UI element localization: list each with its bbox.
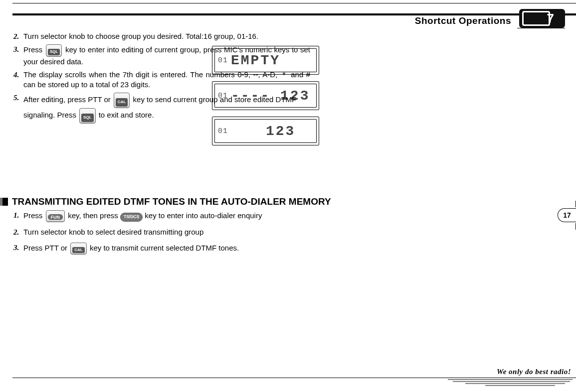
- heading-text: TRANSMITTING EDITED DTMF TONES IN THE AU…: [12, 196, 331, 207]
- list-item: 2. Turn selector knob to select desired …: [13, 227, 313, 237]
- list-item: 3. Press PTT or CAL key to transmit curr…: [13, 243, 313, 255]
- text-fragment: key, then press: [68, 211, 120, 220]
- cal-key-icon: CAL: [114, 93, 130, 108]
- text-fragment: key to transmit current selected DTMF to…: [90, 244, 239, 252]
- step-text: The display scrolls when the 7th digit i…: [23, 70, 310, 90]
- page-number-tab: 17: [558, 208, 576, 222]
- list-item: 3. Press SQL key to enter into editing o…: [13, 44, 310, 67]
- step-text: Turn selector knob to choose group you d…: [23, 31, 310, 41]
- page: Shortcut Operations 7 01 EMPTY 01 ---- 1…: [0, 0, 576, 392]
- section-heading: TRANSMITTING EDITED DTMF TONES IN THE AU…: [0, 196, 331, 207]
- step-text: Turn selector knob to select desired tra…: [23, 227, 313, 237]
- tab-underline: [517, 28, 565, 28]
- chapter-tab: 7: [519, 9, 565, 28]
- flourish-icon: [445, 378, 575, 387]
- text-fragment: After editing, press PTT or: [23, 96, 113, 104]
- step-number: 3.: [13, 243, 23, 253]
- text-fragment: Press: [23, 45, 45, 54]
- chapter-number: 7: [547, 11, 554, 26]
- cal-key-icon: CAL: [70, 243, 86, 255]
- step-text: After editing, press PTT or CAL key to s…: [23, 93, 310, 124]
- top-rule: [12, 3, 576, 15]
- text-fragment: to exit and store.: [99, 111, 154, 120]
- step-text: Press PTT or CAL key to transmit current…: [23, 243, 313, 255]
- footer-slogan: We only do best radio!: [497, 368, 571, 376]
- heading-marker-icon: [0, 198, 8, 206]
- step-text: Press FUN key, then press TS/DCS key to …: [23, 210, 313, 222]
- list-item: 2. Turn selector knob to choose group yo…: [13, 31, 310, 41]
- step-number: 1.: [13, 210, 23, 220]
- sql-key-icon: SQL: [79, 108, 95, 124]
- steps-list-a: 2. Turn selector knob to choose group yo…: [13, 31, 310, 127]
- step-number: 5.: [13, 93, 23, 103]
- sql-key-icon: SQL: [46, 44, 62, 56]
- step-number: 3.: [13, 44, 23, 54]
- page-title: Shortcut Operations: [415, 15, 511, 26]
- text-fragment: Press: [23, 211, 45, 220]
- steps-list-b: 1. Press FUN key, then press TS/DCS key …: [13, 210, 313, 260]
- chapter-tab-frame: [522, 11, 550, 26]
- list-item: 1. Press FUN key, then press TS/DCS key …: [13, 210, 313, 222]
- fun-key-icon: FUN: [46, 210, 65, 222]
- list-item: 5. After editing, press PTT or CAL key t…: [13, 93, 310, 124]
- step-number: 2.: [13, 31, 23, 41]
- lcd-index: 01: [218, 127, 228, 135]
- text-fragment: key to enter into editing of current gro…: [23, 45, 310, 65]
- step-text: Press SQL key to enter into editing of c…: [23, 44, 310, 67]
- page-number: 17: [563, 211, 571, 219]
- step-number: 2.: [13, 227, 23, 237]
- list-item: 4. The display scrolls when the 7th digi…: [13, 70, 310, 90]
- text-fragment: Press PTT or: [23, 244, 69, 252]
- step-number: 4.: [13, 70, 23, 80]
- text-fragment: key to enter into auto-dialer enquiry: [145, 211, 262, 220]
- tsdcs-key-icon: TS/DCS: [120, 213, 143, 221]
